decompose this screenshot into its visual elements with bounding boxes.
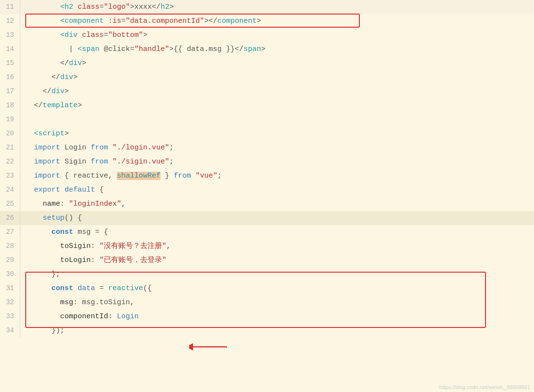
token: : <box>108 312 117 321</box>
token: class <box>82 31 104 39</box>
line-content: <script> <box>25 127 534 141</box>
line-number: 29 <box>0 253 20 267</box>
line-number: 31 <box>0 281 20 295</box>
token: h2 <box>65 3 73 11</box>
code-line: 20 <script> <box>0 127 534 141</box>
token: msg = { <box>73 228 108 236</box>
token: > <box>261 45 265 53</box>
token <box>25 270 51 278</box>
token <box>25 130 34 138</box>
token: > <box>169 3 174 11</box>
line-content: }); <box>25 324 534 338</box>
token: toLogin <box>60 256 91 264</box>
token: "./login.vue" <box>113 144 169 152</box>
token: is <box>113 17 121 25</box>
code-line: 32 msg: msg.toSigin, <box>0 295 534 310</box>
token <box>25 101 34 110</box>
line-number: 14 <box>0 42 20 56</box>
token <box>25 327 51 335</box>
line-number: 19 <box>0 113 20 126</box>
line-number: 20 <box>0 127 20 140</box>
code-line: 25 name: "loginIndex", <box>0 197 534 211</box>
token: < <box>34 130 38 138</box>
token: reactive <box>108 284 143 293</box>
code-line: 34 }); <box>0 324 534 338</box>
token <box>60 186 65 194</box>
token: : <box>104 17 113 25</box>
token <box>25 17 60 25</box>
token: = <box>121 17 126 25</box>
code-line: 11 <h2 class="logo">xxxx</h2> <box>0 0 534 14</box>
token: < <box>60 31 65 39</box>
token: componentId <box>60 312 108 321</box>
token: "data.componentId" <box>126 17 204 25</box>
line-content: <div class="bottom"> <box>25 29 534 42</box>
token <box>25 214 43 222</box>
token: from <box>91 158 108 166</box>
token: component <box>65 17 104 25</box>
token: </ <box>43 87 51 96</box>
token <box>73 284 78 293</box>
token-shallowref: shallowRef <box>117 172 161 180</box>
token: </ <box>34 101 43 110</box>
token: toSigin <box>60 242 91 250</box>
line-number: 25 <box>0 197 20 211</box>
token: </ <box>60 59 69 67</box>
token: "loginIndex" <box>69 200 121 208</box>
token: ></ <box>204 17 217 25</box>
line-content: <h2 class="logo">xxxx</h2> <box>25 0 534 14</box>
line-number: 16 <box>0 70 20 84</box>
token <box>25 228 51 236</box>
token: from <box>174 172 191 180</box>
code-line: 14 | <span @click="handle">{{ data.msg }… <box>0 42 534 56</box>
line-content: </div> <box>25 71 534 84</box>
line-content: import Login from "./login.vue"; <box>25 141 534 155</box>
line-number: 27 <box>0 225 20 239</box>
token <box>25 3 60 11</box>
token: }; <box>51 270 60 278</box>
token: Sigin <box>60 158 91 166</box>
code-line: 13 <div class="bottom"> <box>0 28 534 42</box>
token: = <box>95 284 108 293</box>
token <box>25 284 51 293</box>
watermark: https://blog.csdn.net/weixin_38958891 <box>439 384 530 390</box>
line-number: 12 <box>0 14 20 28</box>
code-line: 27 const msg = { <box>0 225 534 239</box>
token: > <box>73 73 78 82</box>
line-content: toLogin: "已有账号，去登录" <box>25 254 534 267</box>
code-line: 12 <component :is="data.componentId"></c… <box>0 14 534 28</box>
line-number: 28 <box>0 239 20 253</box>
token: "bottom" <box>108 31 143 39</box>
line-number: 24 <box>0 183 20 196</box>
token <box>25 256 60 264</box>
line-content: const data = reactive({ <box>25 282 534 295</box>
line-content <box>25 113 534 127</box>
line-number: 18 <box>0 98 20 112</box>
token <box>191 172 195 180</box>
token: script <box>38 130 65 138</box>
token: | <box>25 45 78 53</box>
token: data <box>78 284 95 293</box>
token: "vue" <box>195 172 217 180</box>
token: </ <box>51 73 60 82</box>
line-number: 23 <box>0 169 20 182</box>
line-number: 22 <box>0 155 20 168</box>
token: }); <box>51 327 65 335</box>
line-content: msg: msg.toSigin, <box>25 296 534 310</box>
token <box>25 242 60 250</box>
line-number: 26 <box>0 211 20 225</box>
token: > <box>65 87 69 96</box>
token: > <box>82 59 86 67</box>
code-line: 26 setup() { <box>0 211 534 225</box>
token: import <box>34 144 60 152</box>
token: from <box>91 144 108 152</box>
token <box>25 31 60 39</box>
token: ({ <box>143 284 152 293</box>
token: class <box>78 3 99 11</box>
token: : msg.toSigin, <box>73 298 134 307</box>
token: name <box>43 200 60 208</box>
token <box>25 59 60 67</box>
token: > <box>65 130 69 138</box>
line-content: </template> <box>25 99 534 113</box>
code-line: 31 const data = reactive({ <box>0 281 534 295</box>
